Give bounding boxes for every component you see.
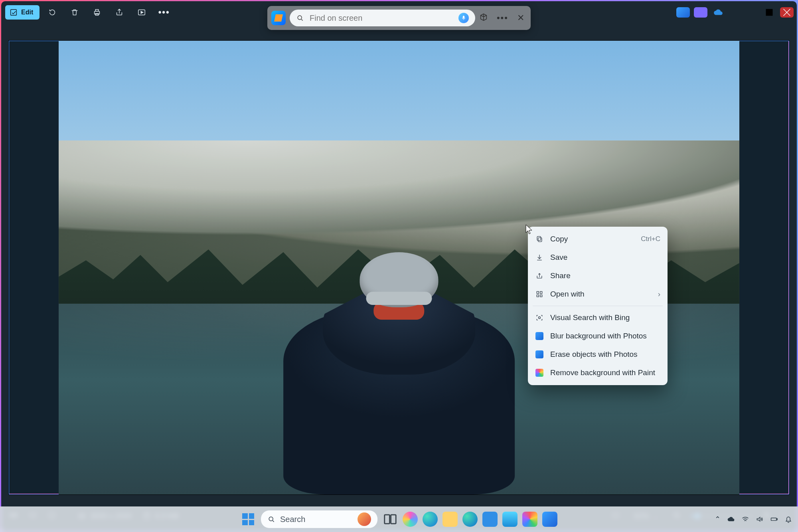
ctx-save[interactable]: Save bbox=[528, 248, 668, 267]
wifi-icon[interactable] bbox=[741, 515, 749, 523]
start-button[interactable] bbox=[241, 512, 256, 527]
slideshow-button[interactable] bbox=[132, 4, 151, 20]
ctx-open-with[interactable]: Open with › bbox=[528, 285, 668, 303]
copy-icon bbox=[535, 235, 544, 243]
app-shortcut-photos[interactable] bbox=[676, 7, 690, 18]
tb-photos[interactable] bbox=[542, 512, 557, 527]
trash-icon bbox=[70, 8, 79, 17]
svg-rect-2 bbox=[96, 10, 99, 12]
ctx-visual-search[interactable]: Visual Search with Bing bbox=[528, 309, 668, 327]
play-rect-icon bbox=[137, 8, 146, 17]
screen-search-bar: ••• ✕ bbox=[267, 6, 531, 30]
ctx-remove-label: Remove background with Paint bbox=[550, 368, 660, 377]
ctx-save-label: Save bbox=[550, 253, 660, 262]
volume-icon[interactable] bbox=[756, 515, 764, 523]
paint-app-icon bbox=[535, 368, 544, 377]
tb-copilot[interactable] bbox=[403, 512, 418, 527]
svg-point-23 bbox=[269, 517, 273, 521]
ctx-separator bbox=[533, 306, 663, 306]
ctx-copy-label: Copy bbox=[550, 235, 634, 243]
share-arrow-icon bbox=[535, 271, 544, 280]
taskbar-search[interactable]: Search bbox=[261, 510, 378, 528]
window-maximize[interactable] bbox=[762, 7, 776, 18]
mic-icon bbox=[461, 15, 466, 21]
svg-rect-10 bbox=[537, 291, 539, 293]
ctx-visual-label: Visual Search with Bing bbox=[550, 313, 660, 322]
rotate-icon bbox=[48, 8, 57, 17]
more-button[interactable]: ••• bbox=[154, 4, 174, 20]
ctx-share[interactable]: Share bbox=[528, 267, 668, 285]
printer-icon bbox=[93, 8, 101, 17]
ctx-copy[interactable]: Copy Ctrl+C bbox=[528, 230, 668, 248]
tb-store[interactable] bbox=[482, 512, 498, 527]
photos-app-window: Edit ••• bbox=[1, 1, 797, 531]
taskbar-tray[interactable]: ⌃ bbox=[715, 515, 792, 524]
taskbar: Search ⌃ bbox=[0, 506, 798, 532]
taskview-icon bbox=[383, 512, 398, 527]
rotate-button[interactable] bbox=[43, 4, 62, 20]
bing-icon[interactable] bbox=[271, 11, 286, 25]
svg-rect-11 bbox=[540, 291, 542, 293]
tb-paint[interactable] bbox=[522, 512, 537, 527]
ctx-blur-bg[interactable]: Blur background with Photos bbox=[528, 327, 668, 345]
search-more-button[interactable]: ••• bbox=[497, 13, 508, 23]
delete-button[interactable] bbox=[65, 4, 84, 20]
svg-point-14 bbox=[539, 317, 541, 319]
ctx-erase-label: Erase objects with Photos bbox=[550, 350, 660, 359]
taskbar-search-placeholder: Search bbox=[280, 515, 305, 524]
chevron-right-icon: › bbox=[658, 290, 660, 299]
photos-app-icon bbox=[535, 332, 544, 340]
search-icon bbox=[267, 515, 275, 523]
minimize-icon bbox=[745, 6, 758, 19]
ctx-blur-label: Blur background with Photos bbox=[550, 332, 660, 340]
onedrive-tray-icon[interactable] bbox=[727, 515, 735, 523]
tb-explorer[interactable] bbox=[442, 512, 458, 527]
chevron-up-icon[interactable]: ⌃ bbox=[715, 515, 721, 524]
app-shortcut-clipchamp[interactable] bbox=[694, 7, 707, 18]
windows-logo-icon bbox=[242, 513, 254, 525]
svg-rect-9 bbox=[537, 236, 541, 240]
ctx-openwith-label: Open with bbox=[550, 290, 652, 299]
mic-button[interactable] bbox=[458, 13, 469, 23]
svg-point-6 bbox=[298, 16, 302, 20]
tb-edge-2[interactable] bbox=[462, 512, 478, 527]
svg-rect-25 bbox=[391, 515, 396, 524]
battery-icon[interactable] bbox=[770, 515, 778, 523]
cloud-icon bbox=[713, 7, 723, 18]
photos-app-icon bbox=[535, 350, 544, 359]
edit-label: Edit bbox=[21, 9, 33, 16]
ctx-share-label: Share bbox=[550, 271, 660, 280]
svg-rect-24 bbox=[385, 515, 390, 524]
edit-icon bbox=[9, 8, 18, 17]
copilot-button[interactable] bbox=[479, 13, 488, 23]
svg-rect-27 bbox=[777, 518, 778, 520]
cube-icon bbox=[479, 13, 488, 22]
notifications-icon[interactable] bbox=[784, 515, 792, 523]
context-menu: Copy Ctrl+C Save Share Open with › Visua… bbox=[528, 227, 668, 385]
app-shortcut-onedrive[interactable] bbox=[711, 7, 725, 18]
ctx-copy-shortcut: Ctrl+C bbox=[641, 235, 660, 243]
download-icon bbox=[535, 253, 544, 262]
print-button[interactable] bbox=[87, 4, 107, 20]
tb-edge[interactable] bbox=[423, 512, 438, 527]
screen-search-input[interactable] bbox=[309, 13, 454, 23]
edit-button[interactable]: Edit bbox=[5, 5, 40, 20]
svg-rect-8 bbox=[538, 238, 542, 242]
image-canvas[interactable] bbox=[8, 40, 790, 495]
grid-icon bbox=[535, 290, 544, 299]
taskview-button[interactable] bbox=[383, 512, 398, 527]
window-close[interactable] bbox=[780, 7, 794, 18]
share-button[interactable] bbox=[110, 4, 129, 20]
search-highlight-icon bbox=[358, 512, 371, 526]
svg-rect-13 bbox=[540, 295, 542, 297]
screen-search-input-wrap[interactable] bbox=[290, 10, 475, 26]
svg-rect-7 bbox=[463, 16, 464, 18]
share-icon bbox=[115, 8, 124, 17]
search-close-button[interactable]: ✕ bbox=[517, 13, 524, 23]
ctx-erase[interactable]: Erase objects with Photos bbox=[528, 345, 668, 364]
scan-icon bbox=[535, 313, 544, 322]
svg-rect-0 bbox=[11, 10, 17, 16]
ctx-remove-bg[interactable]: Remove background with Paint bbox=[528, 364, 668, 382]
window-minimize[interactable] bbox=[745, 7, 758, 18]
tb-mediaplayer[interactable] bbox=[502, 512, 518, 527]
